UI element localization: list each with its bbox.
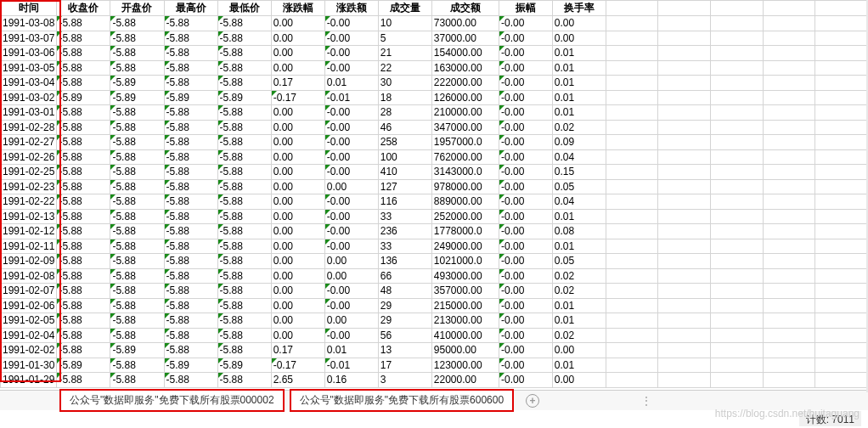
- cell[interactable]: -0.00: [499, 373, 553, 388]
- cell[interactable]: 0.00: [271, 179, 324, 194]
- table-row[interactable]: 1991-02-25-5.88-5.88-5.88-5.880.00-0.004…: [1, 165, 868, 180]
- table-row[interactable]: 1991-03-05-5.88-5.88-5.88-5.880.00-0.002…: [1, 60, 868, 76]
- cell[interactable]: 3143000.0: [431, 165, 499, 180]
- cell[interactable]: -5.88: [110, 105, 164, 121]
- cell[interactable]: 0.00: [271, 31, 324, 46]
- cell[interactable]: 1991-02-22: [1, 194, 57, 210]
- cell[interactable]: 0.00: [552, 373, 606, 388]
- cell[interactable]: 0.04: [552, 149, 606, 165]
- cell[interactable]: -0.00: [499, 239, 553, 254]
- cell[interactable]: -5.88: [217, 135, 271, 150]
- cell[interactable]: -5.88: [217, 46, 271, 61]
- cell[interactable]: -5.88: [217, 60, 271, 76]
- cell[interactable]: 1991-02-12: [1, 224, 57, 239]
- add-sheet-button[interactable]: +: [526, 394, 539, 408]
- cell[interactable]: -5.88: [57, 179, 110, 194]
- cell[interactable]: -5.88: [164, 120, 217, 135]
- cell[interactable]: -5.88: [164, 373, 217, 388]
- sheet-tab-000002[interactable]: 公众号"数据即服务"免费下载所有股票000002: [59, 389, 285, 412]
- cell[interactable]: 1991-02-13: [1, 209, 57, 224]
- cell[interactable]: 0.00: [271, 239, 324, 254]
- cell[interactable]: -5.88: [57, 46, 110, 61]
- cell[interactable]: -5.88: [164, 284, 217, 299]
- cell[interactable]: -5.88: [110, 254, 164, 269]
- cell[interactable]: -5.88: [164, 60, 217, 76]
- cell[interactable]: 29: [378, 298, 431, 313]
- cell[interactable]: 1991-02-08: [1, 268, 57, 284]
- cell[interactable]: -5.88: [110, 239, 164, 254]
- column-header[interactable]: 换手率: [552, 1, 606, 16]
- table-row[interactable]: 1991-02-02-5.88-5.89-5.88-5.880.170.0113…: [1, 343, 868, 358]
- cell[interactable]: -5.88: [110, 209, 164, 224]
- cell[interactable]: -5.88: [57, 373, 110, 388]
- cell[interactable]: -5.88: [57, 60, 110, 76]
- cell[interactable]: 410000.00: [431, 328, 499, 343]
- cell[interactable]: -5.88: [164, 179, 217, 194]
- cell[interactable]: -5.88: [164, 239, 217, 254]
- cell[interactable]: 1991-03-07: [1, 31, 57, 46]
- cell[interactable]: -0.00: [324, 328, 378, 343]
- cell[interactable]: 357000.00: [431, 284, 499, 299]
- cell[interactable]: -5.88: [164, 16, 217, 31]
- cell[interactable]: -5.88: [164, 224, 217, 239]
- cell[interactable]: -0.00: [324, 194, 378, 210]
- cell[interactable]: -0.00: [324, 16, 378, 31]
- table-row[interactable]: 1991-02-07-5.88-5.88-5.88-5.880.00-0.004…: [1, 284, 868, 299]
- cell[interactable]: -5.88: [57, 298, 110, 313]
- cell[interactable]: -0.00: [499, 328, 553, 343]
- cell[interactable]: -5.88: [57, 135, 110, 150]
- cell[interactable]: 0.00: [552, 343, 606, 358]
- cell[interactable]: -5.88: [217, 239, 271, 254]
- cell[interactable]: 2.65: [271, 373, 324, 388]
- cell[interactable]: -5.88: [57, 209, 110, 224]
- cell[interactable]: 762000.00: [431, 149, 499, 165]
- cell[interactable]: -5.88: [57, 16, 110, 31]
- cell[interactable]: -5.88: [164, 328, 217, 343]
- cell[interactable]: -0.17: [271, 90, 324, 105]
- cell[interactable]: -5.88: [217, 16, 271, 31]
- table-row[interactable]: 1991-02-13-5.88-5.88-5.88-5.880.00-0.003…: [1, 209, 868, 224]
- table-body[interactable]: 1991-03-08-5.88-5.88-5.88-5.880.00-0.001…: [1, 16, 868, 388]
- cell[interactable]: -0.00: [499, 254, 553, 269]
- cell[interactable]: -5.88: [57, 76, 110, 91]
- cell[interactable]: -5.88: [57, 343, 110, 358]
- column-header[interactable]: 成交额: [431, 1, 499, 16]
- cell[interactable]: 889000.00: [431, 194, 499, 210]
- cell[interactable]: -0.00: [324, 60, 378, 76]
- cell[interactable]: -0.00: [499, 46, 553, 61]
- stock-data-table[interactable]: 时间收盘价开盘价最高价最低价涨跌幅涨跌额成交量成交额振幅换手率 1991-03-…: [0, 0, 868, 388]
- cell[interactable]: 10: [378, 16, 431, 31]
- cell[interactable]: 126000.00: [431, 90, 499, 105]
- cell[interactable]: 0.02: [552, 268, 606, 284]
- cell[interactable]: 0.00: [271, 105, 324, 121]
- cell[interactable]: -5.88: [217, 284, 271, 299]
- cell[interactable]: 347000.00: [431, 120, 499, 135]
- cell[interactable]: -0.00: [324, 224, 378, 239]
- cell[interactable]: 0.00: [271, 135, 324, 150]
- cell[interactable]: -5.89: [110, 90, 164, 105]
- cell[interactable]: 0.00: [271, 268, 324, 284]
- cell[interactable]: -5.89: [57, 358, 110, 373]
- cell[interactable]: -5.88: [110, 313, 164, 329]
- cell[interactable]: -5.88: [110, 120, 164, 135]
- cell[interactable]: 0.09: [552, 135, 606, 150]
- cell[interactable]: 0.08: [552, 224, 606, 239]
- cell[interactable]: -5.88: [164, 313, 217, 329]
- cell[interactable]: -5.88: [164, 31, 217, 46]
- cell[interactable]: 136: [378, 254, 431, 269]
- table-row[interactable]: 1991-02-11-5.88-5.88-5.88-5.880.00-0.003…: [1, 239, 868, 254]
- cell[interactable]: 1991-02-02: [1, 343, 57, 358]
- cell[interactable]: -0.00: [499, 284, 553, 299]
- cell[interactable]: -0.00: [499, 165, 553, 180]
- cell[interactable]: -5.88: [217, 31, 271, 46]
- cell[interactable]: -5.88: [217, 149, 271, 165]
- cell[interactable]: 0.00: [271, 165, 324, 180]
- cell[interactable]: 0.00: [271, 60, 324, 76]
- cell[interactable]: -0.00: [499, 135, 553, 150]
- cell[interactable]: -5.88: [164, 165, 217, 180]
- cell[interactable]: 0.00: [271, 194, 324, 210]
- cell[interactable]: -5.88: [164, 268, 217, 284]
- cell[interactable]: -5.88: [217, 298, 271, 313]
- cell[interactable]: 28: [378, 105, 431, 121]
- cell[interactable]: 1991-01-29: [1, 373, 57, 388]
